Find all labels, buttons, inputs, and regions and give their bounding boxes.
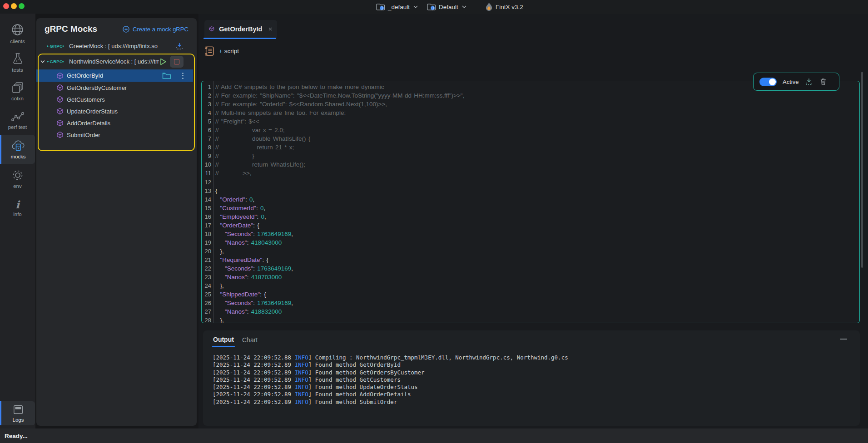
method-label: SubmitOrder — [67, 132, 100, 138]
stop-icon — [174, 59, 179, 64]
cube-icon — [56, 131, 64, 138]
chevron-down-icon — [462, 5, 466, 9]
main-area: GetOrderById + script Active — [198, 14, 868, 428]
cube-icon — [209, 25, 214, 33]
project-folder-icon — [427, 3, 436, 11]
sidebar-item-label: env — [13, 183, 22, 189]
mock-cloud-icon — [11, 139, 25, 152]
svg-text:GRPC: GRPC — [50, 59, 63, 64]
cube-icon — [56, 108, 64, 115]
tab-title: GetOrderById — [219, 25, 262, 33]
code-lines[interactable]: // Add C# snippets to the json below to … — [214, 81, 859, 323]
grpc-mocks-panel: gRPC Mocks Create a mock gRPC GRPC Greet… — [36, 18, 197, 426]
perf-chart-icon — [11, 111, 25, 123]
close-icon[interactable] — [268, 26, 273, 32]
download-icon[interactable] — [175, 42, 184, 50]
fintx-window: _default Default FintX v3.2 — [0, 0, 868, 443]
project-label: Default — [439, 4, 458, 10]
sidebar-item-label: tests — [12, 67, 23, 73]
log-lines: [2025-11-24 22:09:52.88 INFO] Compiling … — [213, 354, 568, 406]
mock-service-label: GreeterMock : [ uds:///tmp/fintx.so — [69, 43, 174, 49]
chevron-down-icon — [413, 5, 418, 9]
gear-icon — [11, 169, 24, 182]
sidebar-item-mocks[interactable]: mocks — [0, 135, 35, 164]
tree-row-method-selected[interactable]: GetOrderById — [36, 69, 193, 82]
output-panel: Output Chart [2025-11-24 22:09:52.88 INF… — [203, 330, 860, 426]
logs-monitor-icon — [12, 404, 24, 415]
create-mock-button[interactable]: Create a mock gRPC — [123, 26, 188, 33]
save-mock-button[interactable] — [805, 78, 813, 86]
method-label: AddOrderDetails — [67, 120, 110, 127]
panel-title: gRPC Mocks — [45, 24, 97, 34]
sidebar-item-logs[interactable]: Logs — [0, 401, 35, 425]
tab-output[interactable]: Output — [213, 336, 234, 343]
code-editor[interactable]: 1234567891011121314151617181920212223242… — [201, 81, 860, 323]
output-tab-indicator — [212, 346, 235, 347]
logs-button-label: Logs — [13, 417, 24, 423]
app-title: FintX v3.2 — [496, 4, 523, 10]
tree-row-method[interactable]: AddOrderDetails — [36, 117, 193, 129]
sidebar-item-label: clients — [10, 39, 25, 44]
add-script-button[interactable]: + script — [203, 45, 239, 57]
sidebar-item-colxn[interactable]: colxn — [0, 77, 35, 105]
tab-chart[interactable]: Chart — [242, 336, 258, 344]
grpc-icon: GRPC — [47, 43, 64, 49]
tree-row-method[interactable]: SubmitOrder — [36, 129, 193, 141]
tree-row-northwind-mock[interactable]: GRPC NorthwindServiceMock : [ uds:///tm — [36, 55, 197, 68]
trash-icon — [819, 78, 827, 86]
active-tab-indicator — [203, 38, 276, 39]
sidebar-item-label: perf test — [8, 124, 27, 130]
chevron-down-icon[interactable] — [40, 59, 45, 64]
info-icon: i — [15, 200, 20, 210]
flame-icon — [485, 2, 493, 12]
editor-scrollbar[interactable] — [861, 72, 863, 268]
stop-button[interactable] — [170, 56, 184, 68]
tree-row-method[interactable]: UpdateOrderStatus — [36, 105, 193, 117]
active-control-box: Active — [753, 73, 839, 91]
sidebar-item-env[interactable]: env — [0, 165, 35, 193]
sidebar-item-info[interactable]: i info — [0, 194, 35, 222]
status-text: Ready... — [5, 433, 28, 439]
method-label: GetOrdersByCustomer — [67, 84, 127, 91]
tab-getorderbyid[interactable]: GetOrderById — [204, 20, 277, 38]
add-script-label: + script — [219, 48, 239, 54]
active-toggle[interactable] — [759, 78, 777, 86]
globe-icon — [10, 23, 25, 37]
svg-text:GRPC: GRPC — [50, 44, 63, 49]
title-bar: _default Default FintX v3.2 — [0, 0, 868, 14]
workspace-label: _default — [388, 4, 410, 10]
create-mock-label: Create a mock gRPC — [133, 26, 188, 33]
method-label: GetCustomers — [67, 96, 105, 103]
download-icon — [805, 78, 813, 86]
delete-mock-button[interactable] — [819, 78, 827, 86]
project-selector[interactable]: Default — [427, 0, 466, 14]
sidebar-item-tests[interactable]: tests — [0, 48, 35, 76]
play-icon[interactable] — [159, 58, 167, 66]
collections-icon — [11, 81, 24, 94]
sidebar-item-clients[interactable]: clients — [0, 19, 35, 47]
workspace-selector[interactable]: _default — [376, 0, 418, 14]
zoom-circle-icon[interactable] — [19, 3, 25, 9]
app-brand: FintX v3.2 — [485, 0, 523, 14]
minimize-panel-icon[interactable] — [840, 339, 847, 340]
close-circle-icon[interactable] — [3, 3, 9, 9]
method-label: UpdateOrderStatus — [67, 108, 118, 115]
gutter: 1234567891011121314151617181920212223242… — [202, 81, 213, 323]
tree-row-greeter-mock[interactable]: GRPC GreeterMock : [ uds:///tmp/fintx.so — [36, 40, 197, 52]
sidebar-item-label: info — [13, 212, 22, 217]
tree-row-method[interactable]: GetOrdersByCustomer — [36, 82, 193, 94]
workspace-folder-icon — [376, 3, 385, 11]
plus-circle-icon — [123, 26, 129, 33]
minimize-circle-icon[interactable] — [11, 3, 17, 9]
scroll-icon — [203, 45, 216, 57]
sidebar-item-label: colxn — [11, 96, 24, 101]
status-bar: Ready... — [0, 428, 868, 443]
flask-icon — [11, 52, 24, 65]
cube-icon — [56, 84, 64, 91]
kebab-menu-icon[interactable] — [182, 71, 184, 80]
folder-icon[interactable] — [162, 72, 171, 79]
grpc-icon: GRPC — [47, 59, 64, 64]
sidebar-item-perf-test[interactable]: perf test — [0, 106, 35, 134]
tree-row-method[interactable]: GetCustomers — [36, 94, 193, 105]
cube-icon — [56, 119, 64, 127]
